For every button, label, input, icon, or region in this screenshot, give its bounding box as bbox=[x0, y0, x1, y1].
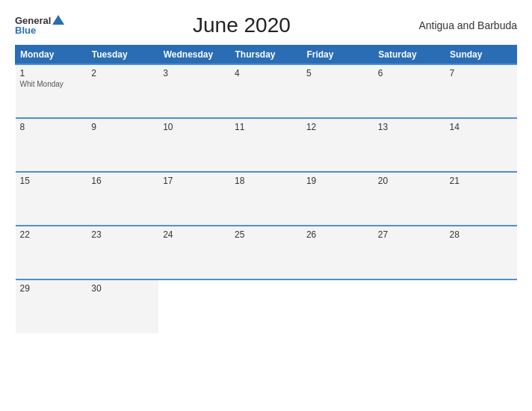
calendar-title: June 2020 bbox=[64, 13, 418, 37]
day-number: 7 bbox=[450, 68, 513, 78]
day-number: 9 bbox=[91, 122, 154, 132]
calendar-cell: 27 bbox=[374, 226, 445, 279]
logo: General Blue bbox=[15, 16, 64, 35]
calendar-cell: 25 bbox=[230, 226, 302, 279]
calendar-cell: 3 bbox=[158, 64, 230, 118]
day-number: 12 bbox=[306, 122, 369, 132]
day-number: 1 bbox=[20, 68, 83, 78]
calendar-cell: 21 bbox=[445, 172, 517, 226]
calendar-cell bbox=[230, 279, 302, 333]
calendar-cell: 11 bbox=[230, 118, 302, 172]
day-number: 26 bbox=[306, 229, 369, 240]
day-number: 10 bbox=[163, 122, 226, 132]
calendar-cell bbox=[158, 279, 230, 333]
calendar-cell: 4 bbox=[230, 64, 302, 118]
calendar-cell: 30 bbox=[87, 279, 158, 333]
calendar-week-row: 15161718192021 bbox=[16, 172, 517, 226]
calendar-cell: 10 bbox=[158, 118, 230, 172]
day-header-friday: Friday bbox=[302, 46, 374, 65]
calendar-week-row: 2930 bbox=[16, 279, 517, 333]
calendar-cell: 12 bbox=[302, 118, 374, 172]
calendar-cell: 26 bbox=[302, 226, 374, 279]
calendar-cell: 5 bbox=[302, 64, 374, 118]
calendar-cell: 16 bbox=[87, 172, 158, 226]
calendar-cell bbox=[374, 279, 445, 333]
header: General Blue June 2020 Antigua and Barbu… bbox=[15, 13, 517, 37]
day-number: 16 bbox=[91, 176, 154, 186]
day-header-row: MondayTuesdayWednesdayThursdayFridaySatu… bbox=[16, 46, 517, 65]
calendar-cell: 20 bbox=[374, 172, 445, 226]
day-number: 30 bbox=[91, 283, 154, 294]
calendar-cell: 14 bbox=[445, 118, 517, 172]
calendar-cell: 13 bbox=[374, 118, 445, 172]
calendar-cell: 29 bbox=[16, 279, 87, 333]
day-number: 27 bbox=[378, 229, 441, 240]
day-header-wednesday: Wednesday bbox=[158, 46, 230, 65]
day-number: 15 bbox=[20, 176, 83, 186]
day-header-tuesday: Tuesday bbox=[87, 46, 158, 65]
calendar-cell: 28 bbox=[445, 226, 517, 279]
calendar-cell: 18 bbox=[230, 172, 302, 226]
day-header-monday: Monday bbox=[16, 46, 87, 65]
calendar-cell: 24 bbox=[158, 226, 230, 279]
calendar-body: 1Whit Monday2345678910111213141516171819… bbox=[16, 64, 517, 333]
day-number: 25 bbox=[235, 229, 297, 240]
calendar-cell: 8 bbox=[16, 118, 87, 172]
day-number: 5 bbox=[306, 68, 369, 78]
calendar-cell: 15 bbox=[16, 172, 87, 226]
page: General Blue June 2020 Antigua and Barbu… bbox=[0, 0, 532, 411]
day-number: 11 bbox=[235, 122, 297, 132]
calendar-cell: 2 bbox=[87, 64, 158, 118]
day-number: 14 bbox=[450, 122, 513, 132]
calendar-table: MondayTuesdayWednesdayThursdayFridaySatu… bbox=[15, 45, 517, 333]
calendar-week-row: 1Whit Monday234567 bbox=[16, 64, 517, 118]
calendar-cell: 23 bbox=[87, 226, 158, 279]
day-number: 23 bbox=[91, 229, 154, 240]
calendar-cell: 7 bbox=[445, 64, 517, 118]
calendar-week-row: 891011121314 bbox=[16, 118, 517, 172]
holiday-label: Whit Monday bbox=[20, 80, 83, 88]
day-number: 4 bbox=[235, 68, 297, 78]
calendar-week-row: 22232425262728 bbox=[16, 226, 517, 279]
day-number: 6 bbox=[378, 68, 441, 78]
day-header-thursday: Thursday bbox=[230, 46, 302, 65]
calendar-cell: 19 bbox=[302, 172, 374, 226]
day-number: 17 bbox=[163, 176, 226, 186]
logo-blue-text: Blue bbox=[15, 25, 36, 35]
day-header-saturday: Saturday bbox=[374, 46, 445, 65]
calendar-cell: 6 bbox=[374, 64, 445, 118]
day-number: 20 bbox=[378, 176, 441, 186]
day-number: 24 bbox=[163, 229, 226, 240]
country-label: Antigua and Barbuda bbox=[418, 19, 517, 31]
day-number: 19 bbox=[306, 176, 369, 186]
day-number: 3 bbox=[163, 68, 226, 78]
day-number: 22 bbox=[20, 229, 83, 240]
day-header-sunday: Sunday bbox=[445, 46, 517, 65]
calendar-cell: 1Whit Monday bbox=[16, 64, 87, 118]
calendar-cell: 9 bbox=[87, 118, 158, 172]
calendar-cell: 22 bbox=[16, 226, 87, 279]
logo-triangle-icon bbox=[52, 15, 64, 25]
day-number: 2 bbox=[91, 68, 154, 78]
day-number: 18 bbox=[235, 176, 297, 186]
calendar-cell bbox=[302, 279, 374, 333]
calendar-cell: 17 bbox=[158, 172, 230, 226]
day-number: 21 bbox=[450, 176, 513, 186]
day-number: 8 bbox=[20, 122, 83, 132]
day-number: 28 bbox=[450, 229, 513, 240]
day-number: 29 bbox=[20, 283, 83, 294]
day-number: 13 bbox=[378, 122, 441, 132]
calendar-header: MondayTuesdayWednesdayThursdayFridaySatu… bbox=[16, 46, 517, 65]
calendar-cell bbox=[445, 279, 517, 333]
